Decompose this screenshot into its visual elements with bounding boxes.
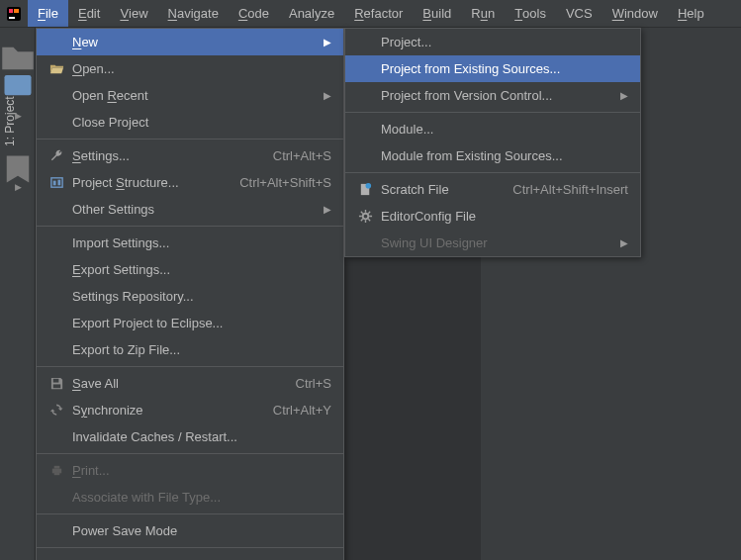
svg-rect-12 bbox=[53, 472, 59, 475]
new-submenu: Project... Project from Existing Sources… bbox=[344, 28, 641, 257]
file-new[interactable]: New ▶ bbox=[37, 29, 343, 55]
new-module-existing-sources[interactable]: Module from Existing Sources... bbox=[345, 142, 640, 169]
svg-rect-2 bbox=[14, 9, 19, 13]
svg-rect-3 bbox=[9, 17, 15, 19]
file-synchronize[interactable]: Synchronize Ctrl+Alt+Y bbox=[37, 397, 343, 423]
file-open[interactable]: Open... bbox=[37, 55, 343, 82]
file-project-structure[interactable]: Project Structure... Ctrl+Alt+Shift+S bbox=[37, 169, 343, 196]
svg-rect-7 bbox=[57, 180, 60, 186]
file-export-eclipse[interactable]: Export Project to Eclipse... bbox=[37, 310, 343, 336]
menu-view[interactable]: View bbox=[110, 0, 157, 27]
file-other-settings[interactable]: Other Settings ▶ bbox=[37, 196, 343, 223]
menu-navigate[interactable]: Navigate bbox=[158, 0, 229, 27]
menu-refactor[interactable]: Refactor bbox=[344, 0, 413, 27]
svg-rect-11 bbox=[53, 466, 59, 469]
save-icon bbox=[46, 376, 66, 391]
menu-edit[interactable]: Edit bbox=[68, 0, 110, 27]
gear-icon bbox=[355, 209, 375, 224]
file-save-all[interactable]: Save All Ctrl+S bbox=[37, 370, 343, 397]
svg-rect-5 bbox=[50, 178, 61, 187]
new-swing-ui-designer[interactable]: Swing UI Designer ▶ bbox=[345, 230, 640, 256]
svg-rect-9 bbox=[52, 384, 60, 388]
left-tool-strip: 1: Project ▶ ▶ bbox=[0, 28, 36, 560]
expand-icon[interactable]: ▶ bbox=[0, 182, 36, 192]
file-settings-repository[interactable]: Settings Repository... bbox=[37, 283, 343, 310]
new-scratch-file[interactable]: Scratch File Ctrl+Alt+Shift+Insert bbox=[345, 176, 640, 203]
expand-icon[interactable]: ▶ bbox=[0, 111, 36, 121]
menu-run[interactable]: Run bbox=[461, 0, 505, 27]
svg-point-15 bbox=[362, 214, 368, 220]
app-icon bbox=[0, 0, 28, 27]
sync-icon bbox=[46, 403, 66, 418]
svg-rect-6 bbox=[52, 181, 55, 186]
menu-help[interactable]: Help bbox=[668, 0, 714, 27]
file-export-settings[interactable]: Export Settings... bbox=[37, 256, 343, 283]
new-project[interactable]: Project... bbox=[345, 29, 640, 55]
svg-rect-4 bbox=[5, 75, 32, 95]
file-import-settings[interactable]: Import Settings... bbox=[37, 230, 343, 256]
scratch-file-icon bbox=[355, 182, 375, 197]
new-editorconfig-file[interactable]: EditorConfig File bbox=[345, 203, 640, 230]
file-associate-filetype: Associate with File Type... bbox=[37, 484, 343, 511]
new-project-version-control[interactable]: Project from Version Control... ▶ bbox=[345, 82, 640, 109]
folder-open-icon bbox=[46, 61, 66, 76]
project-structure-icon bbox=[46, 175, 66, 190]
svg-rect-8 bbox=[52, 379, 58, 383]
bookmark-icon[interactable] bbox=[0, 156, 36, 182]
file-close-project[interactable]: Close Project bbox=[37, 109, 343, 136]
menu-analyze[interactable]: Analyze bbox=[279, 0, 344, 27]
menu-file[interactable]: File bbox=[28, 0, 68, 27]
module-icon[interactable] bbox=[0, 71, 36, 97]
file-power-save-mode[interactable]: Power Save Mode bbox=[37, 517, 343, 544]
file-dropdown: New ▶ Open... Open Recent ▶ Close Projec… bbox=[36, 28, 344, 560]
menu-tools[interactable]: Tools bbox=[505, 0, 556, 27]
new-module[interactable]: Module... bbox=[345, 116, 640, 142]
file-settings[interactable]: Settings... Ctrl+Alt+S bbox=[37, 142, 343, 169]
menu-window[interactable]: Window bbox=[602, 0, 668, 27]
print-icon bbox=[46, 463, 66, 478]
file-exit[interactable]: Exit bbox=[37, 551, 343, 560]
menu-vcs[interactable]: VCS bbox=[556, 0, 602, 27]
menubar: File Edit View Navigate Code Analyze Ref… bbox=[0, 0, 741, 28]
project-toolwindow-tab[interactable]: 1: Project bbox=[3, 96, 17, 146]
file-print: Print... bbox=[37, 457, 343, 484]
menu-code[interactable]: Code bbox=[229, 0, 279, 27]
new-project-existing-sources[interactable]: Project from Existing Sources... bbox=[345, 55, 640, 82]
file-export-zip[interactable]: Export to Zip File... bbox=[37, 336, 343, 363]
menu-build[interactable]: Build bbox=[413, 0, 461, 27]
wrench-icon bbox=[46, 148, 66, 163]
svg-rect-1 bbox=[9, 9, 13, 13]
svg-point-14 bbox=[365, 183, 371, 189]
file-invalidate-caches[interactable]: Invalidate Caches / Restart... bbox=[37, 423, 343, 450]
file-open-recent[interactable]: Open Recent ▶ bbox=[37, 82, 343, 109]
